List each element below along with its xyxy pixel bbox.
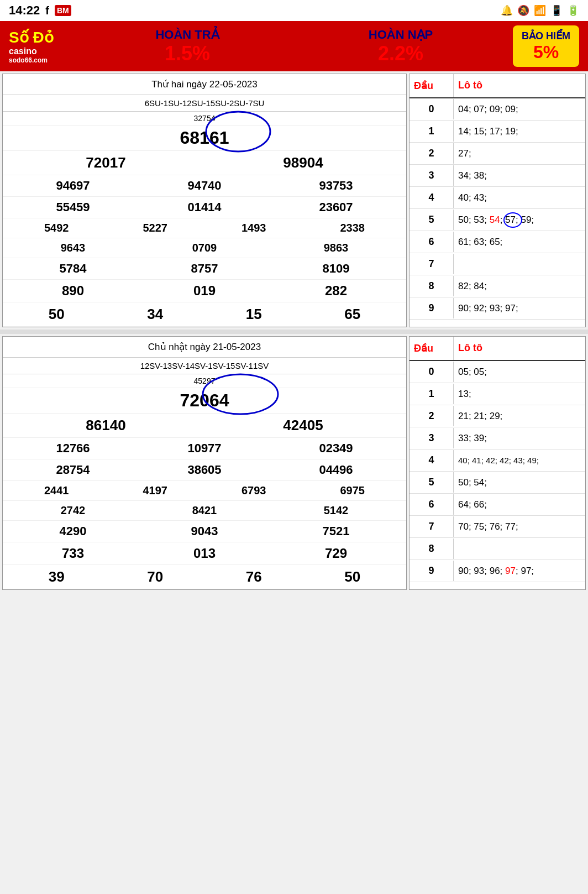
g6-num-3: 9863 bbox=[270, 242, 402, 254]
battery-icon: 🔋 bbox=[567, 4, 579, 17]
loto-row-2-2: 2 21; 21; 29; bbox=[410, 405, 585, 427]
loto-circled-57: 57 bbox=[505, 215, 516, 226]
loto-dau-7-2: 7 bbox=[410, 516, 454, 537]
g3-row-1: 94697 94740 93753 bbox=[3, 175, 406, 197]
g4-2-num-1: 28754 bbox=[7, 463, 139, 477]
section-1: Thứ hai ngày 22-05-2023 6SU-1SU-12SU-15S… bbox=[0, 71, 588, 330]
g5-row-1: 5492 5227 1493 2338 bbox=[3, 218, 406, 238]
loto-numbers-9-2: 90; 93; 96; 97; 97; bbox=[454, 561, 585, 581]
g9-row-1: 50 34 15 65 bbox=[3, 302, 406, 327]
status-left: 14:22 f BM bbox=[9, 3, 71, 18]
lottery-panel-2: Chủ nhật ngày 21-05-2023 12SV-13SV-14SV-… bbox=[2, 336, 407, 590]
special-number-1: 32754 bbox=[194, 114, 216, 123]
hoan-tra-label: HOÀN TRẢ bbox=[86, 28, 288, 42]
wifi-icon: 📶 bbox=[534, 4, 546, 17]
loto-panel-2: Đầu Lô tô 0 05; 05; 1 13; 2 21; 21; 29; … bbox=[409, 336, 586, 590]
g4-row-1: 55459 01414 23607 bbox=[3, 197, 406, 218]
loto-dau-5-1: 5 bbox=[410, 210, 454, 230]
loto-row-5-1: 5 50; 53; 54; 57 ; 59; bbox=[410, 209, 585, 231]
loto-numbers-2-2: 21; 21; 29; bbox=[454, 406, 585, 426]
g9-2-num-2: 70 bbox=[106, 568, 205, 585]
g6-num-1: 9643 bbox=[7, 242, 139, 254]
g7-row-1: 5784 8757 8109 bbox=[3, 258, 406, 280]
loto-numbers-0-2: 05; 05; bbox=[454, 362, 585, 382]
bao-hiem-label: BẢO HIỂM bbox=[522, 30, 570, 42]
g2-row-2: 86140 42405 bbox=[3, 414, 406, 438]
loto-row-3-1: 3 34; 38; bbox=[410, 165, 585, 187]
g3-2-num-3: 02349 bbox=[270, 441, 402, 456]
g5-num-1: 5492 bbox=[7, 222, 106, 234]
g7-num-3: 8109 bbox=[270, 262, 402, 276]
g4-row-2: 28754 38605 04496 bbox=[3, 459, 406, 481]
g7-2-num-1: 4290 bbox=[7, 524, 139, 539]
loto-numbers-8-2 bbox=[454, 545, 585, 553]
g6-2-num-2: 8421 bbox=[139, 504, 270, 517]
g8-row-1: 890 019 282 bbox=[3, 280, 406, 302]
section-divider bbox=[0, 330, 588, 334]
loto-numbers-3-2: 33; 39; bbox=[454, 428, 585, 448]
g3-row-2: 12766 10977 02349 bbox=[3, 438, 406, 459]
loto-row-0-2: 0 05; 05; bbox=[410, 361, 585, 383]
loto-numbers-9-1: 90; 92; 93; 97; bbox=[454, 299, 585, 318]
lottery-header-2: Chủ nhật ngày 21-05-2023 bbox=[3, 337, 406, 358]
loto-row-2-1: 2 27; bbox=[410, 143, 585, 165]
section-2: Chủ nhật ngày 21-05-2023 12SV-13SV-14SV-… bbox=[0, 334, 588, 592]
loto-col-dau-2: Đầu bbox=[410, 337, 454, 360]
g5-num-2: 5227 bbox=[106, 222, 205, 234]
special-prize-2: 45297 bbox=[3, 374, 406, 388]
loto-row-7-1: 7 bbox=[410, 253, 585, 275]
hoan-tra: HOÀN TRẢ 1.5% bbox=[86, 28, 288, 65]
loto-row-1-2: 1 13; bbox=[410, 383, 585, 405]
bao-hiem-pct: 5% bbox=[522, 42, 570, 62]
loto-numbers-2-1: 27; bbox=[454, 144, 585, 164]
special-number-2: 45297 bbox=[194, 377, 216, 385]
lottery-codes-1: 6SU-1SU-12SU-15SU-2SU-7SU bbox=[3, 95, 406, 112]
circle-57 bbox=[503, 212, 523, 229]
g9-num-2: 34 bbox=[106, 306, 205, 323]
loto-dau-0-1: 0 bbox=[410, 99, 454, 119]
hoan-nap-pct: 2.2% bbox=[300, 42, 502, 65]
loto-dau-1-2: 1 bbox=[410, 384, 454, 404]
g1-row-1: 68161 bbox=[3, 126, 406, 151]
loto-row-8-2: 8 bbox=[410, 538, 585, 560]
logo-url: sodo66.com bbox=[9, 56, 75, 64]
status-time: 14:22 bbox=[9, 3, 40, 18]
loto-numbers-4-2: 40; 41; 42; 42; 43; 49; bbox=[454, 451, 585, 469]
g1-number-2: 72064 bbox=[180, 390, 229, 410]
loto-numbers-5-2: 50; 54; bbox=[454, 473, 585, 493]
loto-header-1: Đầu Lô tô bbox=[410, 74, 585, 98]
lottery-panel-1: Thứ hai ngày 22-05-2023 6SU-1SU-12SU-15S… bbox=[2, 74, 407, 327]
loto-special-97: 97 bbox=[505, 566, 516, 576]
g9-2-num-3: 76 bbox=[204, 568, 303, 585]
g9-row-2: 39 70 76 50 bbox=[3, 565, 406, 589]
lottery-header-1: Thứ hai ngày 22-05-2023 bbox=[3, 74, 406, 95]
bao-hiem: BẢO HIỂM 5% bbox=[513, 25, 579, 67]
g7-2-num-3: 7521 bbox=[270, 524, 402, 539]
baomoi-icon: BM bbox=[55, 5, 71, 16]
g8-num-1: 890 bbox=[7, 283, 139, 299]
g8-2-num-1: 733 bbox=[7, 546, 139, 561]
g8-num-3: 282 bbox=[270, 283, 402, 299]
signal-icon: 📱 bbox=[550, 4, 563, 17]
g6-2-num-1: 2742 bbox=[7, 504, 139, 517]
banner-logo: Số Đỏ casino sodo66.com bbox=[9, 28, 75, 64]
loto-header-2: Đầu Lô tô bbox=[410, 337, 585, 361]
loto-dau-1-1: 1 bbox=[410, 121, 454, 142]
loto-dau-4-2: 4 bbox=[410, 450, 454, 470]
g8-row-2: 733 013 729 bbox=[3, 542, 406, 565]
g1-row-2: 72064 bbox=[3, 388, 406, 414]
loto-row-8-1: 8 82; 84; bbox=[410, 275, 585, 297]
lottery-codes-2: 12SV-13SV-14SV-1SV-15SV-11SV bbox=[3, 358, 406, 374]
g9-2-num-4: 50 bbox=[303, 568, 402, 585]
loto-numbers-3-1: 34; 38; bbox=[454, 166, 585, 186]
hoan-nap-label: HOÀN NẠP bbox=[300, 28, 502, 42]
loto-numbers-5-1: 50; 53; 54; 57 ; 59; bbox=[454, 210, 585, 230]
loto-dau-9-2: 9 bbox=[410, 561, 454, 581]
g3-num-3: 93753 bbox=[270, 179, 402, 193]
g4-num-3: 23607 bbox=[270, 200, 402, 215]
status-bar: 14:22 f BM 🔔 🔕 📶 📱 🔋 bbox=[0, 0, 588, 21]
loto-dau-8-1: 8 bbox=[410, 276, 454, 296]
loto-row-4-1: 4 40; 43; bbox=[410, 187, 585, 209]
g4-2-num-3: 04496 bbox=[270, 463, 402, 477]
loto-numbers-0-1: 04; 07; 09; 09; bbox=[454, 100, 585, 119]
